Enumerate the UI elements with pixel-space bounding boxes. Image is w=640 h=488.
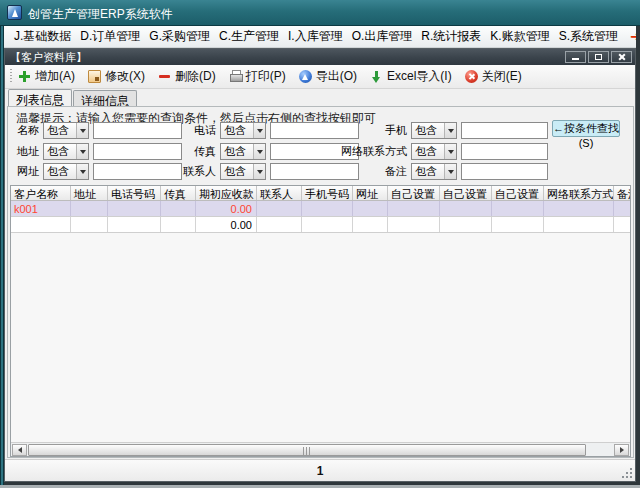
toolbar-button-export[interactable]: 导出(O) [299, 68, 357, 85]
chevron-down-icon [253, 123, 265, 138]
grid-cell [71, 201, 108, 216]
summary-row[interactable]: 0.00 [11, 217, 630, 233]
column-header[interactable]: 备注 [614, 186, 631, 200]
toolbar-button-label: 打印(P) [246, 68, 286, 85]
operator-select-phone[interactable]: 包含 [220, 122, 266, 139]
menu-item[interactable]: J.基础数据 [14, 28, 71, 45]
toolbar-button-label: 关闭(E) [482, 68, 522, 85]
grid-cell [161, 217, 196, 232]
operator-value: 包含 [224, 144, 246, 159]
resize-grip[interactable] [622, 468, 632, 478]
column-header[interactable]: 传真 [161, 186, 196, 200]
column-header[interactable]: 自己设置 [492, 186, 544, 200]
tab-list-info[interactable]: 列表信息 [8, 89, 72, 106]
minimize-button[interactable] [565, 51, 586, 63]
menu-item[interactable]: K.账款管理 [490, 28, 549, 45]
arrow-left-icon [15, 447, 22, 453]
operator-select-contact[interactable]: 包含 [220, 163, 266, 180]
search-input-im[interactable] [461, 143, 548, 160]
child-window-titlebar: 【客户资料库】 [5, 49, 635, 65]
grid-cell [108, 217, 161, 232]
print-icon [229, 70, 242, 83]
restore-button[interactable] [588, 51, 609, 63]
field-group-mobile: 手机包含 [331, 122, 548, 139]
status-bar: 1 [5, 459, 635, 481]
toolbar-button-print[interactable]: 打印(P) [229, 68, 286, 85]
field-group-phone: 电话包含 [148, 122, 359, 139]
grid-cell [108, 201, 161, 216]
grid-cell [544, 201, 614, 216]
toolbar-button-add[interactable]: 增加(A) [18, 68, 75, 85]
column-header[interactable]: 自己设置 [388, 186, 440, 200]
toolbar-button-edit[interactable]: 修改(X) [88, 68, 145, 85]
app-icon [7, 5, 22, 20]
operator-value: 包含 [415, 164, 437, 179]
query-form-row: 网址包含联系人包含备注包含 [8, 163, 633, 180]
child-window-controls [565, 51, 632, 63]
menu-item[interactable]: R.统计报表 [421, 28, 481, 45]
menu-item[interactable]: O.出库管理 [352, 28, 413, 45]
operator-value: 包含 [415, 144, 437, 159]
search-input-remark[interactable] [461, 163, 548, 180]
scrollbar-thumb[interactable] [28, 444, 586, 456]
column-header[interactable]: 网址 [353, 186, 388, 200]
chevron-down-icon [253, 164, 265, 179]
field-label-im: 网络联系方式 [331, 144, 411, 159]
close-icon [618, 53, 626, 61]
grid-cell: k001 [11, 201, 71, 216]
grid-cell [440, 217, 492, 232]
child-window-content: 增加(A)修改(X)删除(D)打印(P)导出(O)Excel导入(I)关闭(E)… [5, 65, 635, 481]
column-header[interactable]: 手机号码 [302, 186, 353, 200]
field-label-address: 地址 [8, 144, 43, 159]
grid-cell [353, 217, 388, 232]
field-group-contact: 联系人包含 [148, 163, 359, 180]
close-button[interactable] [611, 51, 632, 63]
toolbar-button-import[interactable]: Excel导入(I) [370, 68, 452, 85]
minimize-icon [572, 58, 579, 60]
grid-cell [71, 217, 108, 232]
chevron-down-icon [444, 144, 456, 159]
query-form-row: 地址包含传真包含网络联系方式包含 [8, 143, 633, 160]
chevron-down-icon [253, 144, 265, 159]
operator-select-address[interactable]: 包含 [43, 143, 89, 160]
field-label-phone: 电话 [148, 123, 220, 138]
column-header[interactable]: 网络联系方式 [544, 186, 614, 200]
scroll-right-button[interactable] [614, 444, 629, 456]
operator-select-website[interactable]: 包含 [43, 163, 89, 180]
operator-select-mobile[interactable]: 包含 [411, 122, 457, 139]
window-titlebar: 创管生产管理ERP系统软件 [0, 0, 640, 26]
menu-item[interactable]: G.采购管理 [149, 28, 210, 45]
toolbar-button-delete[interactable]: 删除(D) [158, 68, 216, 85]
operator-select-remark[interactable]: 包含 [411, 163, 457, 180]
toolbar: 增加(A)修改(X)删除(D)打印(P)导出(O)Excel导入(I)关闭(E) [5, 65, 635, 89]
tab-detail-info[interactable]: 详细信息 [73, 90, 137, 106]
column-header[interactable]: 电话号码 [108, 186, 161, 200]
customer-row[interactable]: k0010.00 [11, 201, 630, 217]
column-header[interactable]: 地址 [71, 186, 108, 200]
column-header[interactable]: 联系人 [257, 186, 302, 200]
horizontal-scrollbar[interactable] [11, 442, 630, 456]
operator-value: 包含 [47, 144, 69, 159]
operator-select-name[interactable]: 包含 [43, 122, 89, 139]
menu-item[interactable]: D.订单管理 [80, 28, 140, 45]
menu-item[interactable]: C.生产管理 [219, 28, 279, 45]
operator-select-fax[interactable]: 包含 [220, 143, 266, 160]
promo-arrow-icon: ➜ [630, 29, 636, 44]
window-title: 创管生产管理ERP系统软件 [28, 6, 173, 23]
column-header[interactable]: 期初应收款 [196, 186, 257, 200]
toolbar-button-close[interactable]: 关闭(E) [465, 68, 522, 85]
column-header[interactable]: 自己设置 [440, 186, 492, 200]
field-group-fax: 传真包含 [148, 143, 359, 160]
scroll-left-button[interactable] [12, 444, 27, 456]
operator-select-im[interactable]: 包含 [411, 143, 457, 160]
grid-cell [11, 217, 71, 232]
search-by-condition-button[interactable]: ←按条件查找(S) [552, 120, 620, 137]
list-info-tabpage: 温馨提示：请输入您需要的查询条件，然后点击右侧的查找按钮即可 名称包含电话包含手… [7, 106, 634, 458]
menu-item[interactable]: S.系统管理 [559, 28, 618, 45]
search-input-mobile[interactable] [461, 122, 548, 139]
grid-cell: 0.00 [196, 201, 257, 216]
edit-icon [88, 70, 101, 83]
menu-item[interactable]: I.入库管理 [288, 28, 343, 45]
column-header[interactable]: 客户名称 [11, 186, 71, 200]
scrollbar-grip-icon [303, 447, 311, 455]
